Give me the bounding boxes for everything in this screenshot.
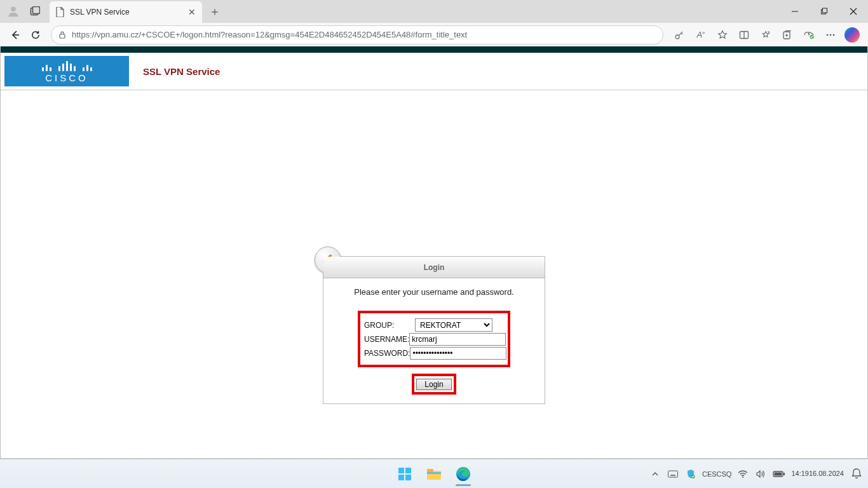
tray-keyboard-icon[interactable]: [667, 461, 679, 487]
login-area: Login Please enter your username and pas…: [323, 256, 545, 404]
start-button[interactable]: [392, 461, 417, 487]
battery-icon[interactable]: [772, 461, 786, 487]
address-bar[interactable]: https://vpn.amu.cz/+CSCOE+/logon.html?re…: [51, 25, 663, 44]
password-label: PASSWORD:: [364, 349, 410, 358]
refresh-button[interactable]: [25, 25, 46, 45]
svg-rect-34: [427, 469, 433, 472]
login-header-label: Login: [424, 263, 445, 272]
close-window-button[interactable]: [839, 0, 868, 23]
tab-actions-button[interactable]: [25, 2, 44, 21]
volume-icon[interactable]: [754, 461, 767, 487]
browser-tab[interactable]: SSL VPN Service ✕: [50, 1, 202, 23]
notification-icon[interactable]: [849, 461, 864, 487]
login-button[interactable]: Login: [416, 379, 451, 390]
back-button[interactable]: [5, 25, 25, 45]
heart-icon[interactable]: [798, 25, 820, 45]
credential-highlight-box: GROUP: REKTORAT USERNAME: PASSWORD:: [358, 311, 510, 367]
toolbar-icons: A»: [668, 25, 863, 45]
taskbar: CESCSQ 14:1916.08.2024: [0, 459, 868, 488]
edge-icon[interactable]: [451, 461, 476, 487]
file-explorer-icon[interactable]: [421, 461, 447, 487]
read-aloud-icon[interactable]: A»: [690, 25, 712, 45]
svg-rect-47: [775, 472, 782, 475]
top-strip: [1, 46, 867, 53]
username-label: USERNAME:: [364, 335, 409, 344]
svg-rect-30: [405, 468, 411, 473]
collections-icon[interactable]: [776, 25, 798, 45]
url-text: https://vpn.amu.cz/+CSCOE+/logon.html?re…: [72, 30, 467, 39]
tray-shield-icon[interactable]: [684, 461, 697, 487]
svg-point-0: [11, 6, 16, 11]
maximize-button[interactable]: [810, 0, 839, 23]
group-label: GROUP:: [364, 321, 415, 330]
window-controls: [780, 0, 868, 23]
svg-line-12: [681, 33, 682, 34]
login-prompt: Please enter your username and password.: [330, 287, 538, 297]
browser-chrome: SSL VPN Service ✕ ＋ https://vpn.amu.cz/+…: [0, 0, 868, 46]
cisco-logo: CISCO: [4, 56, 129, 86]
svg-rect-29: [398, 468, 404, 473]
tab-title: SSL VPN Service: [70, 8, 188, 17]
tray-chevron-icon[interactable]: [649, 461, 661, 487]
login-button-highlight-box: Login: [412, 374, 456, 395]
svg-rect-32: [405, 475, 411, 480]
svg-rect-35: [427, 472, 441, 474]
page-viewport: CISCO SSL VPN Service Login Please enter…: [0, 46, 868, 459]
split-screen-icon[interactable]: [733, 25, 755, 45]
svg-point-24: [833, 34, 835, 36]
password-input[interactable]: [410, 347, 506, 360]
page-title: SSL VPN Service: [143, 66, 220, 77]
key-icon[interactable]: [668, 25, 690, 45]
minimize-button[interactable]: [780, 0, 810, 23]
svg-rect-31: [398, 475, 404, 480]
page-icon: [56, 7, 65, 17]
tab-close-button[interactable]: ✕: [188, 7, 196, 17]
favorite-icon[interactable]: [712, 25, 733, 45]
profile-button[interactable]: [4, 2, 23, 21]
browser-titlebar: SSL VPN Service ✕ ＋: [0, 0, 868, 23]
svg-rect-46: [783, 473, 785, 475]
svg-point-22: [827, 34, 829, 36]
svg-rect-5: [823, 8, 827, 13]
svg-rect-37: [668, 471, 677, 477]
group-select[interactable]: REKTORAT: [415, 318, 492, 332]
svg-rect-9: [60, 34, 65, 38]
svg-rect-2: [33, 7, 40, 14]
svg-point-44: [742, 477, 743, 478]
copilot-icon[interactable]: [841, 25, 863, 45]
username-input[interactable]: [409, 333, 506, 346]
login-panel: Login Please enter your username and pas…: [323, 256, 545, 404]
lock-icon: [58, 30, 67, 39]
more-icon[interactable]: [820, 25, 841, 45]
cisco-wordmark: CISCO: [45, 72, 88, 83]
clock[interactable]: 14:1916.08.2024: [791, 461, 844, 487]
favorites-bar-icon[interactable]: [755, 25, 776, 45]
browser-toolbar: https://vpn.amu.cz/+CSCOE+/logon.html?re…: [0, 23, 868, 46]
login-header: Login: [323, 257, 545, 278]
svg-point-23: [830, 34, 832, 36]
language-indicator[interactable]: CESCSQ: [702, 461, 731, 487]
wifi-icon[interactable]: [736, 461, 749, 487]
page-header: CISCO SSL VPN Service: [1, 53, 867, 90]
new-tab-button[interactable]: ＋: [206, 3, 224, 20]
